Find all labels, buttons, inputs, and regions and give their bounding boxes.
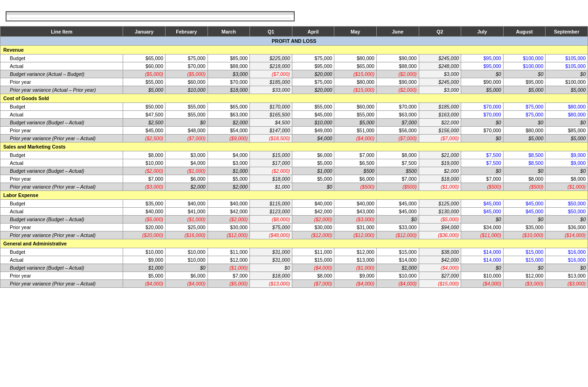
cell-value: $21,000 bbox=[419, 151, 461, 159]
cell-value: $5,000 bbox=[546, 135, 588, 143]
cell-value: ($15,000) bbox=[419, 280, 461, 288]
cell-value: $0 bbox=[250, 264, 292, 272]
row-label: Actual bbox=[0, 111, 123, 119]
cell-value: $12,000 bbox=[208, 256, 250, 264]
cell-value: ($2,000) bbox=[376, 86, 419, 94]
row-label: Budget variance (Budget – Actual) bbox=[0, 167, 123, 175]
cell-value: $51,000 bbox=[334, 127, 377, 135]
cell-value: $0 bbox=[461, 264, 504, 272]
cell-value: ($1,000) bbox=[166, 167, 208, 175]
cell-value: $7,500 bbox=[461, 151, 504, 159]
cell-value: $75,000 bbox=[292, 78, 334, 86]
cell-value: $105,000 bbox=[546, 54, 588, 62]
cell-value: ($2,500) bbox=[123, 135, 166, 143]
cell-value: $15,000 bbox=[503, 248, 546, 256]
cell-value: $95,000 bbox=[503, 78, 546, 86]
cell-value: ($20,000) bbox=[123, 231, 166, 239]
cell-value: $0 bbox=[503, 264, 546, 272]
cell-value: ($1,000) bbox=[334, 264, 377, 272]
cell-value: $70,000 bbox=[376, 103, 419, 111]
cell-value: ($500) bbox=[376, 183, 419, 191]
cell-value: $2,500 bbox=[123, 119, 166, 127]
col-march: March bbox=[208, 27, 250, 37]
cell-value: $8,500 bbox=[503, 159, 546, 167]
cell-value: $500 bbox=[334, 167, 377, 175]
cell-value: $6,000 bbox=[166, 272, 208, 280]
cell-value: $14,000 bbox=[376, 256, 419, 264]
cell-value: $30,000 bbox=[292, 224, 334, 231]
table-row: Budget$65,000$75,000$85,000$225,000$75,0… bbox=[0, 54, 588, 62]
cell-value: $0 bbox=[461, 135, 504, 143]
cell-value: $0 bbox=[503, 119, 546, 127]
cell-value: ($10,000) bbox=[503, 231, 546, 239]
cell-value: $10,000 bbox=[166, 86, 208, 94]
row-label: Budget bbox=[0, 103, 123, 111]
cell-value: $75,000 bbox=[166, 54, 208, 62]
cell-value: ($7,000) bbox=[292, 280, 334, 288]
cell-value: $0 bbox=[546, 264, 588, 272]
cell-value: $15,000 bbox=[250, 151, 292, 159]
cell-value: $70,000 bbox=[461, 111, 504, 119]
cell-value: ($12,000) bbox=[292, 231, 334, 239]
table-row: Prior year variance (Prior year – Actual… bbox=[0, 183, 588, 191]
row-label: Prior year bbox=[0, 175, 123, 183]
table-row: Prior year$55,000$60,000$70,000$185,000$… bbox=[0, 78, 588, 86]
cell-value: ($1,000) bbox=[546, 183, 588, 191]
cell-value: $0 bbox=[546, 216, 588, 224]
model-key bbox=[6, 11, 295, 21]
cell-value: ($3,000) bbox=[503, 280, 546, 288]
table-row: Budget$35,000$40,000$40,000$115,000$40,0… bbox=[0, 200, 588, 208]
cell-value: $49,000 bbox=[292, 127, 334, 135]
cell-value: $0 bbox=[166, 264, 208, 272]
cell-value: $1,000 bbox=[376, 264, 419, 272]
cell-value: ($2,000) bbox=[376, 70, 419, 78]
section-header: Sales and Marketing Costs bbox=[0, 143, 588, 151]
table-row: Prior year$20,000$25,000$30,000$75,000$3… bbox=[0, 224, 588, 231]
cell-value: ($2,000) bbox=[123, 167, 166, 175]
cell-value: ($1,000) bbox=[208, 264, 250, 272]
cell-value: $225,000 bbox=[250, 54, 292, 62]
cell-value: $0 bbox=[376, 216, 419, 224]
cell-value: $6,500 bbox=[334, 159, 377, 167]
cell-value: $4,500 bbox=[250, 119, 292, 127]
cell-value: $45,000 bbox=[503, 208, 546, 216]
cell-value: $9,000 bbox=[546, 159, 588, 167]
cell-value: $22,000 bbox=[419, 119, 461, 127]
cell-value: $0 bbox=[461, 216, 504, 224]
cell-value: ($12,000) bbox=[208, 231, 250, 239]
cell-value: $60,000 bbox=[123, 62, 166, 70]
cell-value: $500 bbox=[376, 167, 419, 175]
cell-value: ($3,000) bbox=[334, 216, 377, 224]
cell-value: ($500) bbox=[503, 183, 546, 191]
cell-value: $42,000 bbox=[208, 208, 250, 216]
cell-value: ($36,000) bbox=[419, 231, 461, 239]
cell-value: $5,000 bbox=[461, 86, 504, 94]
section-header-label: Labor Expense bbox=[0, 191, 588, 200]
cell-value: $38,000 bbox=[419, 248, 461, 256]
cell-value: $40,000 bbox=[334, 200, 377, 208]
section-header-label: Sales and Marketing Costs bbox=[0, 143, 588, 151]
cell-value: $55,000 bbox=[166, 111, 208, 119]
cell-value: ($3,000) bbox=[123, 183, 166, 191]
table-row: Actual$47,500$55,000$63,000$165,500$45,0… bbox=[0, 111, 588, 119]
cell-value: $15,000 bbox=[376, 248, 419, 256]
cell-value: $54,000 bbox=[208, 127, 250, 135]
row-label: Prior year variance (Prior year – Actual… bbox=[0, 135, 123, 143]
row-label: Prior year bbox=[0, 224, 123, 231]
cell-value: $10,000 bbox=[123, 159, 166, 167]
row-label: Prior year bbox=[0, 272, 123, 280]
cell-value: $85,000 bbox=[208, 54, 250, 62]
cell-value: $5,000 bbox=[334, 119, 377, 127]
cell-value: $6,000 bbox=[334, 175, 377, 183]
cell-value: $80,000 bbox=[546, 111, 588, 119]
cell-value: ($14,000) bbox=[546, 231, 588, 239]
col-july: July bbox=[461, 27, 504, 37]
cell-value: $248,000 bbox=[419, 62, 461, 70]
cell-value: $2,000 bbox=[208, 119, 250, 127]
cell-value: $60,000 bbox=[334, 103, 377, 111]
cell-value: $42,000 bbox=[419, 256, 461, 264]
cell-value: $34,000 bbox=[461, 224, 504, 231]
cell-value: $6,000 bbox=[166, 175, 208, 183]
cell-value: $10,000 bbox=[166, 256, 208, 264]
cell-value: $0 bbox=[503, 167, 546, 175]
